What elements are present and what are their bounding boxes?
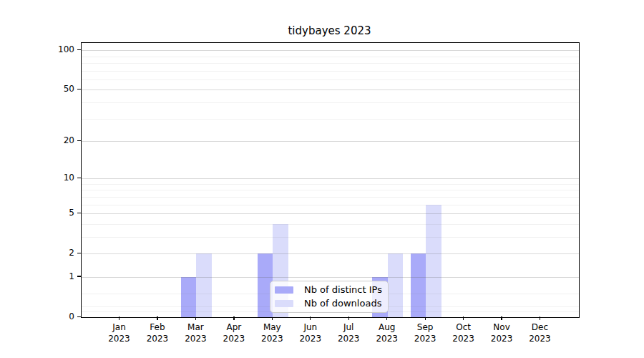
x-tick-label-month: Jul — [328, 321, 369, 333]
x-tick-label-month: Apr — [214, 321, 254, 333]
chart-title: tidybayes 2023 — [81, 24, 578, 38]
x-tick-label-month: Dec — [519, 321, 560, 333]
figure: tidybayes 2023 0125102050100Jan2023Feb20… — [0, 0, 644, 358]
legend-swatch-downloads-icon — [275, 300, 293, 307]
y-tick-label: 50 — [0, 83, 74, 95]
y-tick-label: 0 — [0, 311, 74, 322]
legend-swatch-distinct-ips-icon — [275, 286, 293, 294]
x-tick-label: Nov2023 — [482, 321, 522, 344]
y-tick-label: 1 — [0, 271, 74, 282]
y-tick-mark — [77, 140, 81, 141]
x-tick-label-month: Sep — [405, 321, 445, 333]
x-tick-label-month: Aug — [367, 321, 407, 333]
x-tick-label-month: Jan — [99, 321, 140, 333]
x-tick-label-year: 2023 — [252, 333, 292, 344]
x-tick-label-month: Feb — [137, 321, 177, 333]
x-tick-label-month: Mar — [175, 321, 215, 333]
x-tick-label-month: Jun — [291, 321, 331, 333]
x-tick-label: Aug2023 — [367, 321, 407, 344]
plot-area — [81, 42, 580, 318]
x-tick-label: Dec2023 — [519, 321, 560, 344]
x-tick-label-year: 2023 — [444, 333, 484, 344]
bar-distinct-ips-mar — [181, 277, 196, 317]
x-tick-label-year: 2023 — [367, 333, 407, 344]
bar-downloads-aug — [388, 253, 403, 317]
x-tick-label-year: 2023 — [405, 333, 445, 344]
legend-item-downloads: Nb of downloads — [275, 298, 382, 309]
x-tick-label: Jan2023 — [99, 321, 140, 344]
bar-distinct-ips-sep — [411, 253, 426, 317]
x-tick-label: Sep2023 — [405, 321, 445, 344]
y-tick-mark — [77, 178, 81, 178]
x-tick-label-year: 2023 — [175, 333, 215, 344]
x-tick-label: May2023 — [252, 321, 292, 344]
x-tick-label-year: 2023 — [519, 333, 560, 344]
y-tick-label: 5 — [0, 207, 74, 218]
legend-item-distinct-ips: Nb of distinct IPs — [275, 284, 382, 296]
legend-label-downloads: Nb of downloads — [304, 298, 381, 309]
bar-downloads-mar — [196, 253, 211, 317]
x-tick-label: Feb2023 — [137, 321, 177, 344]
x-tick-label-month: Nov — [482, 321, 522, 333]
x-tick-label-month: May — [252, 321, 292, 333]
x-tick-label: Apr2023 — [214, 321, 254, 344]
x-tick-label-year: 2023 — [99, 333, 140, 344]
y-tick-mark — [77, 49, 81, 50]
y-tick-mark — [77, 89, 81, 90]
y-tick-label: 2 — [0, 247, 74, 258]
y-tick-label: 10 — [0, 172, 74, 183]
x-tick-label: Jun2023 — [291, 321, 331, 344]
y-tick-mark — [77, 253, 81, 253]
x-tick-label-year: 2023 — [328, 333, 369, 344]
y-tick-label: 100 — [0, 44, 74, 55]
x-tick-label: Oct2023 — [444, 321, 484, 344]
legend: Nb of distinct IPs Nb of downloads — [270, 281, 389, 313]
y-tick-mark — [77, 276, 81, 276]
x-tick-label: Jul2023 — [328, 321, 369, 344]
x-tick-label-year: 2023 — [482, 333, 522, 344]
x-tick-label-year: 2023 — [291, 333, 331, 344]
legend-label-distinct-ips: Nb of distinct IPs — [304, 284, 382, 296]
x-tick-label: Mar2023 — [175, 321, 215, 344]
y-tick-label: 20 — [0, 135, 74, 146]
x-tick-label-year: 2023 — [137, 333, 177, 344]
y-tick-mark — [77, 213, 81, 213]
bar-downloads-sep — [426, 205, 441, 317]
y-tick-mark — [77, 316, 81, 317]
bars-layer — [82, 43, 579, 317]
x-tick-label-year: 2023 — [214, 333, 254, 344]
x-tick-label-month: Oct — [444, 321, 484, 333]
